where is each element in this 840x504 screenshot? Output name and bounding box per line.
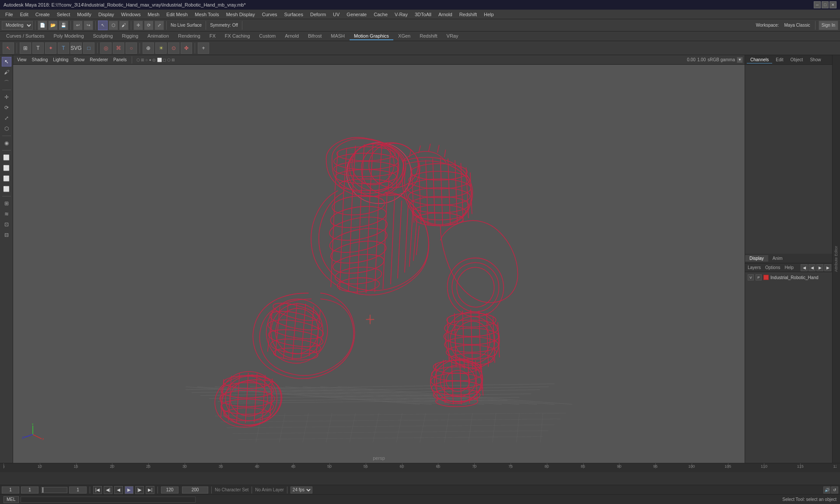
shelf-tab-fx-caching[interactable]: FX Caching: [220, 32, 254, 40]
shelf-deform2[interactable]: ⌘: [113, 42, 124, 54]
edit-tab[interactable]: Edit: [772, 56, 787, 63]
layers-btn[interactable]: Layers: [746, 265, 763, 270]
menu-item-select[interactable]: Select: [53, 11, 74, 18]
lasso-tool[interactable]: ⬡: [108, 21, 118, 30]
scale-tool[interactable]: ⤢: [154, 21, 164, 30]
options-btn[interactable]: Options: [763, 265, 782, 270]
move-tool-left[interactable]: ✛: [2, 92, 11, 102]
object-tab[interactable]: Object: [787, 56, 807, 63]
mode-dropdown[interactable]: Modeling: [2, 21, 33, 30]
shelf-fx[interactable]: ✤: [181, 42, 192, 54]
help-btn[interactable]: Help: [783, 265, 795, 270]
menu-item-edit mesh[interactable]: Edit Mesh: [163, 11, 191, 18]
minimize-button[interactable]: ─: [814, 1, 821, 8]
attribute-editor-strip[interactable]: Attribute Editor: [832, 55, 840, 463]
layer-new[interactable]: ▶: [816, 264, 823, 271]
shelf-light[interactable]: ☀: [155, 42, 167, 54]
shelf-tab-rigging[interactable]: Rigging: [118, 32, 143, 40]
layer-prev[interactable]: ◀: [801, 264, 808, 271]
view-cube4[interactable]: ⬜: [2, 184, 11, 194]
shelf-mesh2[interactable]: T: [32, 42, 44, 54]
loop-button[interactable]: ↺: [831, 486, 838, 494]
play-start-field[interactable]: 1: [69, 486, 87, 494]
shelf-svg[interactable]: SVG: [70, 42, 82, 54]
sign-in-button[interactable]: Sign In: [819, 21, 838, 30]
shading-menu[interactable]: Shading: [30, 57, 50, 63]
save-button[interactable]: 💾: [59, 21, 68, 30]
menu-item-uv[interactable]: UV: [329, 11, 343, 18]
shelf-add[interactable]: +: [198, 42, 209, 54]
view-cube1[interactable]: ⬜: [2, 153, 11, 162]
move-tool[interactable]: ✛: [133, 21, 143, 30]
snap-curve[interactable]: ≋: [2, 209, 11, 219]
shelf-tab-vray[interactable]: VRay: [442, 32, 463, 40]
maximize-button[interactable]: □: [822, 1, 829, 8]
shelf-mesh3[interactable]: ✦: [45, 42, 56, 54]
redo-button[interactable]: ↪: [84, 21, 93, 30]
show-tab[interactable]: Show: [806, 56, 824, 63]
layer-delete[interactable]: ▶: [824, 264, 831, 271]
renderer-menu[interactable]: Renderer: [88, 57, 110, 63]
gamma-dropdown[interactable]: ▼: [737, 57, 743, 63]
shelf-tab-arnold[interactable]: Arnold: [280, 32, 303, 40]
shelf-tab-redshift[interactable]: Redshift: [415, 32, 441, 40]
close-button[interactable]: ✕: [830, 1, 836, 8]
show-menu[interactable]: Show: [71, 57, 87, 63]
shelf-select[interactable]: ↖: [3, 42, 14, 54]
universal-tool[interactable]: ⬡: [2, 124, 11, 133]
shelf-tab-rendering[interactable]: Rendering: [174, 32, 205, 40]
menu-item-mesh tools[interactable]: Mesh Tools: [191, 11, 222, 18]
audio-button[interactable]: 🔊: [823, 486, 830, 494]
menu-item-edit[interactable]: Edit: [17, 11, 32, 18]
shelf-tab-poly-modeling[interactable]: Poly Modeling: [49, 32, 88, 40]
fps-selector[interactable]: 24 fps: [290, 486, 312, 494]
range-end-field[interactable]: 200: [182, 486, 208, 494]
shelf-mesh1[interactable]: ⊞: [20, 42, 31, 54]
menu-item-help[interactable]: Help: [480, 11, 497, 18]
play-end-field[interactable]: 120: [161, 486, 178, 494]
layer-v-toggle[interactable]: V: [748, 274, 754, 280]
shelf-tab-custom[interactable]: Custom: [255, 32, 280, 40]
layer-next[interactable]: ◀: [808, 264, 816, 271]
menu-item-mesh display[interactable]: Mesh Display: [223, 11, 259, 18]
display-tab[interactable]: Display: [745, 255, 768, 262]
viewport-3d[interactable]: X Y Z persp: [13, 65, 745, 463]
shelf-tab-sculpting[interactable]: Sculpting: [89, 32, 117, 40]
menu-item-curves[interactable]: Curves: [259, 11, 281, 18]
shelf-deform1[interactable]: ◎: [100, 42, 112, 54]
menu-item-v-ray[interactable]: V-Ray: [391, 11, 411, 18]
shelf-tab-curves-/-surfaces[interactable]: Curves / Surfaces: [2, 32, 49, 40]
menu-item-create[interactable]: Create: [32, 11, 53, 18]
shelf-tab-motion-graphics[interactable]: Motion Graphics: [350, 32, 393, 40]
undo-button[interactable]: ↩: [73, 21, 83, 30]
select-tool-left[interactable]: ↖: [2, 57, 11, 66]
channels-tab[interactable]: Channels: [747, 56, 772, 63]
lighting-menu[interactable]: Lighting: [51, 57, 70, 63]
play-forward-button[interactable]: ▶: [125, 486, 133, 494]
shelf-place[interactable]: ⊕: [143, 42, 154, 54]
menu-item-mesh[interactable]: Mesh: [144, 11, 163, 18]
rotate-tool[interactable]: ⟳: [144, 21, 154, 30]
new-scene-button[interactable]: 📄: [38, 21, 47, 30]
view-menu[interactable]: View: [15, 57, 29, 63]
menu-item-modify[interactable]: Modify: [74, 11, 94, 18]
shelf-tab-xgen[interactable]: XGen: [394, 32, 415, 40]
paint-tool[interactable]: 🖌: [119, 21, 129, 30]
view-cube2[interactable]: ⬜: [2, 163, 11, 173]
shelf-deform3[interactable]: ○: [126, 42, 137, 54]
menu-item-3dtoall[interactable]: 3DToAll: [411, 11, 435, 18]
snap-view[interactable]: ⊟: [2, 230, 11, 240]
menu-item-cache[interactable]: Cache: [370, 11, 391, 18]
paint-select-tool[interactable]: 🖌: [2, 67, 11, 77]
start-frame-field[interactable]: 1: [2, 486, 19, 494]
menu-item-generate[interactable]: Generate: [343, 11, 370, 18]
open-button[interactable]: 📂: [48, 21, 58, 30]
shelf-tab-bifrost[interactable]: Bifrost: [304, 32, 326, 40]
frame-slider[interactable]: [41, 487, 67, 493]
shelf-cube[interactable]: □: [83, 42, 94, 54]
shelf-tab-fx[interactable]: FX: [205, 32, 220, 40]
viewport-area[interactable]: View Shading Lighting Show Renderer Pane…: [13, 55, 745, 463]
menu-item-display[interactable]: Display: [95, 11, 118, 18]
menu-item-arnold[interactable]: Arnold: [435, 11, 456, 18]
snap-point[interactable]: ⊡: [2, 220, 11, 229]
